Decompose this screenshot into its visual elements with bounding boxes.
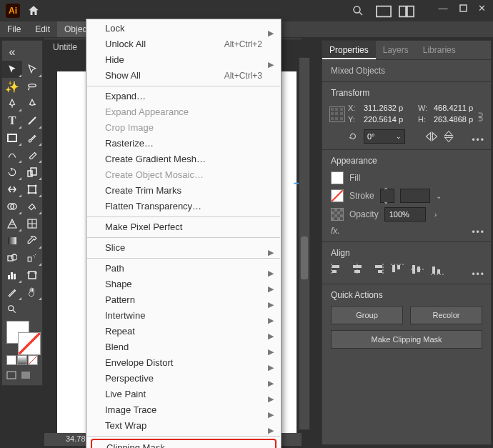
eraser-tool[interactable] — [22, 146, 42, 164]
rotate-tool[interactable] — [2, 164, 22, 181]
menu-edit[interactable]: Edit — [28, 21, 57, 37]
fill-stroke-swatches[interactable] — [2, 318, 42, 354]
free-transform-tool[interactable] — [22, 181, 42, 198]
paintbrush-tool[interactable] — [22, 129, 42, 146]
menu-item-slice[interactable]: Slice▶ — [86, 240, 281, 256]
menu-item-hide[interactable]: Hide▶ — [86, 52, 281, 68]
more-options-icon[interactable]: ••• — [472, 135, 485, 145]
curvature-tool[interactable] — [22, 95, 42, 112]
magic-wand-tool[interactable]: ✨ — [2, 78, 22, 95]
opacity-field[interactable]: 100% — [384, 207, 426, 221]
draw-mode-buttons[interactable] — [6, 355, 38, 365]
gradient-tool[interactable] — [2, 232, 22, 249]
document-tab[interactable]: Untitle — [53, 42, 77, 52]
menu-item-pattern[interactable]: Pattern▶ — [86, 292, 281, 308]
vertical-scrollbar[interactable] — [299, 57, 310, 430]
shaper-tool[interactable] — [2, 146, 22, 164]
column-graph-tool[interactable] — [2, 267, 22, 284]
reference-point-selector[interactable] — [329, 106, 345, 122]
align-left-icon[interactable] — [331, 264, 344, 275]
hand-tool[interactable] — [22, 284, 42, 301]
live-paint-bucket-tool[interactable] — [22, 198, 42, 215]
menu-item-create-trim-marks[interactable]: Create Trim Marks — [86, 183, 281, 199]
artboard-tool[interactable] — [22, 267, 42, 284]
shape-builder-tool[interactable] — [2, 198, 22, 215]
stroke-color-swatch[interactable] — [331, 189, 344, 202]
menu-item-envelope-distort[interactable]: Envelope Distort▶ — [86, 355, 281, 371]
line-segment-tool[interactable] — [22, 112, 42, 129]
stroke-weight-field[interactable] — [400, 189, 430, 203]
tab-layers[interactable]: Layers — [376, 41, 416, 59]
menu-item-clipping-mask[interactable]: Clipping Mask▶ — [91, 439, 277, 448]
perspective-grid-tool[interactable] — [2, 215, 22, 232]
menu-item-shape[interactable]: Shape▶ — [86, 277, 281, 292]
menu-item-perspective[interactable]: Perspective▶ — [86, 371, 281, 387]
menu-item-expand[interactable]: Expand… — [86, 89, 281, 104]
tab-properties[interactable]: Properties — [322, 41, 376, 59]
arrange-documents[interactable] — [376, 5, 414, 21]
menu-item-lock[interactable]: Lock▶ — [86, 21, 281, 36]
menu-item-blend[interactable]: Blend▶ — [86, 339, 281, 355]
stroke-swatch[interactable] — [18, 332, 41, 355]
group-button[interactable]: Group — [331, 306, 403, 324]
selection-tool[interactable] — [2, 61, 22, 78]
menu-item-text-wrap[interactable]: Text Wrap▶ — [86, 418, 281, 434]
x-field[interactable]: 311.2632 p — [364, 104, 414, 112]
lasso-tool[interactable] — [22, 78, 42, 95]
menu-item-rasterize[interactable]: Rasterize… — [86, 136, 281, 151]
tab-libraries[interactable]: Libraries — [416, 41, 463, 59]
make-clipping-mask-button[interactable]: Make Clipping Mask — [331, 330, 482, 349]
stroke-weight-stepper[interactable] — [380, 189, 394, 203]
menu-item-flatten-transparency[interactable]: Flatten Transparency… — [86, 199, 281, 214]
screen-mode-buttons[interactable] — [2, 368, 42, 382]
effects-label[interactable]: fx. — [331, 226, 482, 236]
more-options-icon[interactable]: ••• — [472, 227, 485, 237]
chevron-right-icon[interactable]: › — [434, 210, 437, 219]
home-icon[interactable] — [27, 4, 40, 17]
menu-file[interactable]: File — [0, 21, 28, 37]
menu-item-path[interactable]: Path▶ — [86, 261, 281, 277]
align-top-icon[interactable] — [391, 264, 404, 275]
eyedropper-tool[interactable] — [22, 232, 42, 249]
menu-item-repeat[interactable]: Repeat▶ — [86, 324, 281, 339]
scale-tool[interactable] — [22, 164, 42, 181]
search-icon[interactable] — [352, 4, 364, 17]
constrain-proportions-icon[interactable] — [475, 111, 485, 126]
zoom-tool[interactable] — [2, 301, 22, 318]
type-tool[interactable]: T — [2, 112, 22, 129]
window-minimize-button[interactable]: — — [433, 0, 453, 16]
more-options-icon[interactable]: ••• — [472, 269, 485, 279]
menu-item-unlock-all[interactable]: Unlock AllAlt+Ctrl+2 — [86, 36, 281, 52]
menu-item-make-pixel-perfect[interactable]: Make Pixel Perfect — [86, 219, 281, 235]
svg-rect-43 — [332, 270, 337, 273]
window-maximize-button[interactable] — [453, 0, 473, 16]
mesh-tool[interactable] — [22, 215, 42, 232]
opacity-swatch-icon[interactable] — [331, 208, 344, 221]
flip-horizontal-icon[interactable] — [425, 131, 438, 141]
menu-item-show-all[interactable]: Show AllAlt+Ctrl+3 — [86, 68, 281, 84]
slice-tool[interactable] — [2, 284, 22, 301]
rotate-select[interactable]: 0°⌄ — [364, 129, 405, 144]
align-bottom-icon[interactable] — [431, 264, 444, 275]
y-field[interactable]: 220.5614 p — [364, 115, 414, 124]
menu-item-intertwine[interactable]: Intertwine▶ — [86, 308, 281, 324]
align-right-icon[interactable] — [371, 264, 384, 275]
menu-item-image-trace[interactable]: Image Trace▶ — [86, 402, 281, 418]
scrollbar-thumb[interactable] — [301, 237, 308, 279]
chevron-down-icon[interactable]: ⌄ — [436, 192, 442, 200]
window-close-button[interactable]: ✕ — [472, 0, 492, 16]
blend-tool[interactable] — [2, 249, 22, 267]
flip-vertical-icon[interactable] — [444, 130, 454, 143]
menu-item-live-paint[interactable]: Live Paint▶ — [86, 387, 281, 402]
toolbar-grabber-icon[interactable]: « — [2, 44, 22, 61]
pen-tool[interactable] — [2, 95, 22, 112]
recolor-button[interactable]: Recolor — [410, 306, 482, 324]
menu-item-create-gradient-mesh[interactable]: Create Gradient Mesh… — [86, 151, 281, 167]
direct-selection-tool[interactable] — [22, 61, 42, 78]
fill-color-swatch[interactable] — [331, 171, 344, 184]
rectangle-tool[interactable] — [2, 129, 22, 146]
width-tool[interactable] — [2, 181, 22, 198]
align-hcenter-icon[interactable] — [351, 264, 364, 275]
symbol-sprayer-tool[interactable] — [22, 249, 42, 267]
align-vcenter-icon[interactable] — [411, 264, 424, 275]
